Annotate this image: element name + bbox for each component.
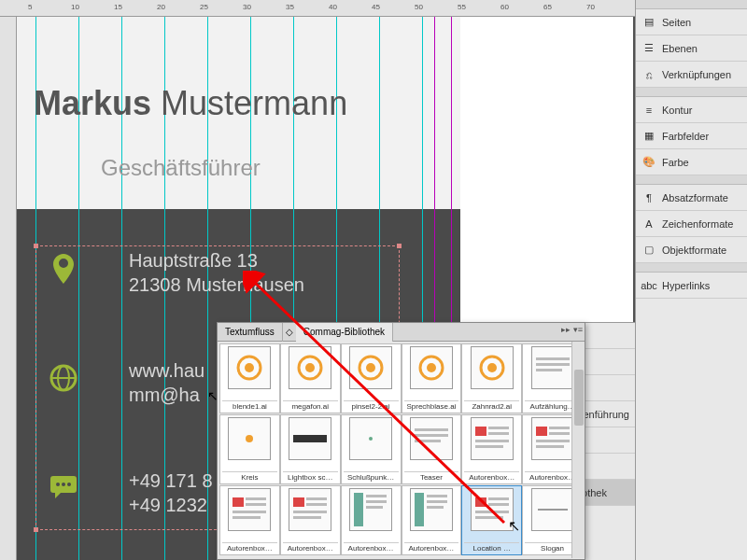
library-item-label: Zahnrad2.ai bbox=[464, 400, 519, 411]
scrollbar-thumb[interactable] bbox=[574, 370, 584, 426]
email-text[interactable]: mm@ha bbox=[129, 385, 200, 406]
color-icon: 🎨 bbox=[641, 155, 656, 170]
svg-point-9 bbox=[305, 363, 315, 372]
svg-rect-41 bbox=[306, 497, 327, 500]
panel-item-farbfelder[interactable]: ▦Farbfelder bbox=[636, 123, 747, 149]
library-item-label: Autorenbox… bbox=[404, 542, 459, 553]
title-text[interactable]: Geschäftsführer bbox=[101, 155, 261, 181]
hyper-icon: abc bbox=[641, 278, 656, 293]
panel-item-verknpfungen[interactable]: ⎌Verknüpfungen bbox=[636, 62, 747, 88]
library-item[interactable]: Kreis bbox=[219, 414, 280, 484]
tab-divider-icon: ◇ bbox=[283, 327, 296, 337]
panel-item-label: Zeichenformate bbox=[662, 218, 733, 230]
panel-item-label: Verknüpfungen bbox=[662, 69, 731, 80]
swatches-icon: ▦ bbox=[641, 129, 656, 144]
panel-item-label: Farbe bbox=[662, 157, 689, 168]
library-thumb bbox=[228, 417, 271, 460]
library-thumb bbox=[410, 346, 453, 389]
svg-rect-29 bbox=[475, 445, 503, 448]
library-thumb bbox=[289, 488, 331, 531]
library-item[interactable]: Autorenbox… bbox=[341, 485, 402, 555]
svg-rect-54 bbox=[488, 497, 509, 500]
ruler-vertical bbox=[0, 17, 17, 560]
svg-rect-25 bbox=[475, 427, 486, 436]
pages-icon: ▤ bbox=[641, 15, 656, 30]
library-panel[interactable]: Textumfluss ◇ Commag-Bibliothek ▸▸ ▾≡ bl… bbox=[217, 322, 585, 560]
library-item-label: Teaser bbox=[404, 471, 459, 482]
library-item[interactable]: Autorenbox… bbox=[280, 485, 341, 555]
web-text[interactable]: www.hau bbox=[129, 360, 204, 382]
scrollbar-vertical[interactable] bbox=[571, 342, 585, 558]
svg-rect-50 bbox=[427, 495, 447, 497]
tab-textumfluss[interactable]: Textumfluss bbox=[218, 323, 283, 342]
panel-item-kontur[interactable]: ≡Kontur bbox=[636, 97, 747, 123]
tab-commag-bibliothek[interactable]: Commag-Bibliothek bbox=[296, 323, 393, 342]
phone2-text[interactable]: +49 1232 bbox=[129, 495, 207, 516]
library-item-label: Autorenbox… bbox=[222, 542, 277, 553]
library-item[interactable]: Sprechblase.ai bbox=[402, 343, 462, 413]
svg-point-3 bbox=[56, 483, 60, 486]
svg-rect-26 bbox=[488, 427, 509, 429]
library-item[interactable]: megafon.ai bbox=[280, 343, 341, 413]
library-item[interactable]: Autorenbox… bbox=[402, 485, 462, 555]
library-item-label: Kreis bbox=[222, 471, 277, 482]
svg-rect-39 bbox=[233, 516, 261, 519]
svg-rect-45 bbox=[354, 493, 363, 526]
svg-rect-35 bbox=[233, 497, 244, 507]
panel-item-label: Absatzformate bbox=[662, 192, 728, 203]
panel-item-label: Objektformate bbox=[662, 245, 726, 256]
library-item-label: Autorenbox… bbox=[283, 542, 338, 553]
panel-item-objektformate[interactable]: ▢Objektformate bbox=[636, 237, 747, 263]
library-item-label: blende1.ai bbox=[222, 400, 277, 411]
svg-rect-20 bbox=[293, 435, 327, 442]
phone1-text[interactable]: +49 171 8 bbox=[129, 470, 213, 492]
selection-handle[interactable] bbox=[34, 527, 38, 532]
address-line2[interactable]: 21308 Musterhausen bbox=[129, 274, 304, 296]
library-item-label: pinsel2-2.ai bbox=[344, 400, 399, 411]
library-item[interactable]: blende1.ai bbox=[219, 343, 280, 413]
library-item[interactable]: Zahnrad2.ai bbox=[461, 343, 522, 413]
panel-item-farbe[interactable]: 🎨Farbe bbox=[636, 149, 747, 175]
panel-item-ebenen[interactable]: ☰Ebenen bbox=[636, 35, 747, 62]
svg-rect-48 bbox=[366, 506, 383, 509]
svg-point-21 bbox=[369, 437, 373, 441]
library-thumb bbox=[471, 346, 514, 389]
svg-point-7 bbox=[245, 363, 254, 372]
svg-point-4 bbox=[62, 483, 65, 486]
library-item[interactable]: Teaser bbox=[402, 414, 462, 484]
svg-point-11 bbox=[366, 363, 375, 372]
svg-rect-32 bbox=[549, 432, 570, 435]
svg-rect-40 bbox=[293, 497, 304, 507]
selection-handle[interactable] bbox=[397, 244, 402, 248]
svg-rect-16 bbox=[536, 357, 570, 360]
svg-rect-42 bbox=[306, 503, 327, 506]
panel-item-seiten[interactable]: ▤Seiten bbox=[636, 9, 747, 35]
library-item[interactable]: Schlußpunk… bbox=[341, 414, 402, 484]
library-grid: blende1.aimegafon.aipinsel2-2.aiSprechbl… bbox=[218, 342, 585, 558]
library-thumb bbox=[410, 488, 453, 531]
library-thumb bbox=[349, 346, 392, 389]
library-item[interactable]: Autorenbox… bbox=[219, 485, 280, 555]
panel-item-hyperlinks[interactable]: abcHyperlinks bbox=[636, 273, 747, 299]
panel-item-label: Kontur bbox=[662, 105, 692, 116]
panel-tabs: Textumfluss ◇ Commag-Bibliothek ▸▸ ▾≡ bbox=[218, 323, 585, 342]
library-thumb bbox=[349, 417, 392, 460]
chat-icon bbox=[49, 474, 78, 498]
panel-item-label: Hyperlinks bbox=[662, 280, 710, 291]
panel-item-absatzformate[interactable]: ¶Absatzformate bbox=[636, 185, 747, 211]
panel-menu-icon[interactable]: ▸▸ ▾≡ bbox=[561, 325, 583, 334]
selection-handle[interactable] bbox=[34, 244, 38, 248]
svg-rect-23 bbox=[415, 434, 448, 437]
panel-item-zeichenformate[interactable]: AZeichenformate bbox=[636, 211, 747, 237]
svg-rect-46 bbox=[366, 495, 387, 497]
library-thumb bbox=[349, 488, 392, 531]
address-line1[interactable]: Hauptstraße 13 bbox=[129, 250, 258, 272]
library-item[interactable]: Lightbox sc… bbox=[280, 414, 341, 484]
links-icon: ⎌ bbox=[641, 67, 656, 82]
library-item[interactable]: Autorenbox… bbox=[461, 414, 522, 484]
library-item-label: Sprechblase.ai bbox=[404, 400, 459, 411]
para-icon: ¶ bbox=[641, 190, 656, 205]
name-text[interactable]: Markus Mustermann bbox=[34, 84, 347, 123]
library-item[interactable]: pinsel2-2.ai bbox=[341, 343, 402, 413]
library-item-label: Autorenbox… bbox=[344, 542, 399, 553]
